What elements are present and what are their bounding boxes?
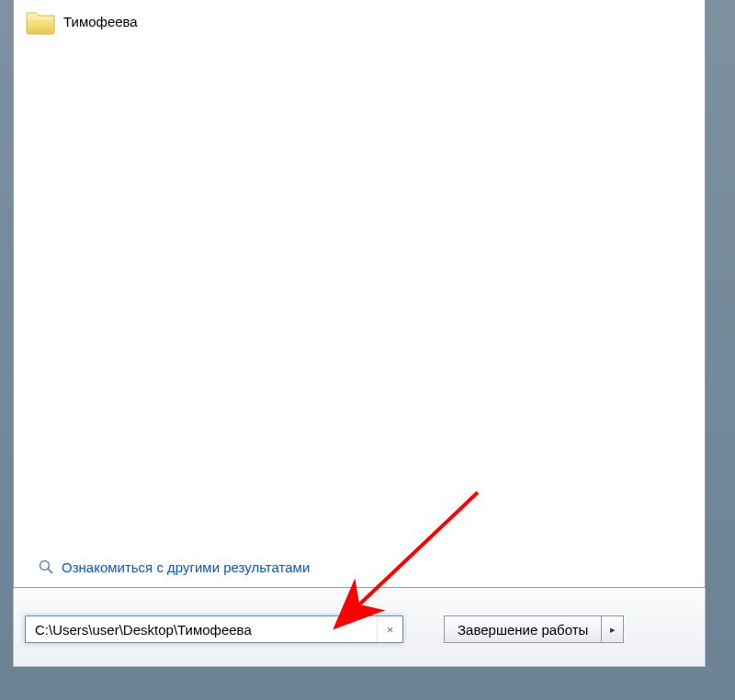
shutdown-split-button: Завершение работы ▸: [444, 615, 624, 643]
see-more-results-link[interactable]: Ознакомиться с другими результатами: [62, 559, 310, 575]
start-menu-results-panel: Тимофеева Ознакомиться с другими результ…: [13, 0, 706, 588]
see-more-results-row[interactable]: Ознакомиться с другими результатами: [27, 549, 321, 584]
chevron-right-icon: ▸: [610, 624, 616, 636]
clear-search-button[interactable]: ×: [377, 616, 402, 642]
search-icon: [38, 559, 54, 575]
search-input[interactable]: [26, 622, 377, 638]
folder-icon: [25, 7, 56, 35]
shutdown-menu-arrow[interactable]: ▸: [602, 615, 624, 643]
search-result-label: Тимофеева: [63, 14, 138, 29]
search-result-item[interactable]: Тимофеева: [14, 0, 705, 42]
shutdown-button[interactable]: Завершение работы: [444, 615, 602, 643]
search-box[interactable]: ×: [25, 615, 403, 643]
start-menu-bottom-bar: × Завершение работы ▸: [13, 588, 706, 667]
svg-line-1: [48, 569, 51, 572]
